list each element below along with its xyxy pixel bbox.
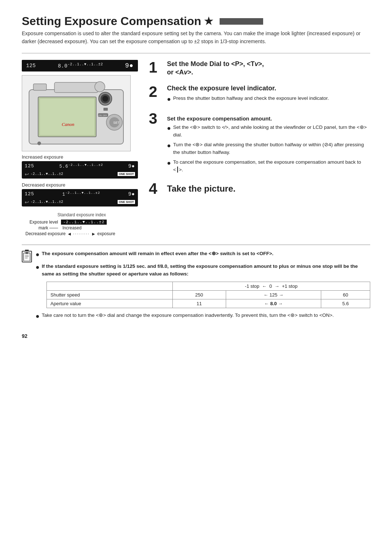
bullet-dot-3: ● (167, 159, 171, 168)
lcd-inc-icon: ↩ (25, 171, 29, 177)
table-row-aperture: Aperture value 11 ← 8.0 → 5.6 (47, 299, 370, 308)
lcd-inc-middle: 5.6-2..1..▼..1..±2 (59, 163, 103, 169)
exp-exposure-label: exposure (97, 231, 115, 236)
table-cell-11: 11 (172, 299, 226, 308)
camera-image: SET Canon ON OFF (22, 75, 131, 151)
table-header-row: -1 stop ← 0 → +1 stop (47, 282, 370, 290)
exp-mark-row: mark —— Increased (25, 225, 138, 230)
std-exp-label: Standard exposure index (25, 212, 138, 217)
lcd-inc-oneshot: ONE SHOT (118, 172, 135, 176)
exp-dec-label: Decreased exposure (25, 231, 66, 236)
note-bullets: ● The exposure compensation amount will … (36, 250, 370, 324)
lcd-decreased-top: 125 1-2..1..▼..1..±2 9● (25, 191, 135, 198)
step-1: 1 Set the Mode Dial to <P>, <Tv>,or <Av>… (149, 60, 370, 79)
exp-arrow-row: Decreased exposure ◄ ········· ► exposur… (25, 231, 138, 237)
svg-point-10 (95, 82, 105, 92)
svg-text:OFF: OFF (103, 114, 107, 116)
step-3-bullet-1: ● Set the <⊛> switch to <∕>, and while l… (167, 124, 370, 139)
lcd-dec-middle: 1-2..1..▼..1..±2 (62, 191, 100, 197)
left-column: 125 8.0-2..1..▼..1..±2 9● (22, 60, 138, 237)
page-intro: Exposure compensation is used to alter t… (22, 29, 370, 46)
exp-increased-label: Increased (62, 225, 82, 230)
table-row-shutter: Shutter speed 250 ← 125 → 60 (47, 290, 370, 299)
table-cell-56: 5.6 (321, 299, 370, 308)
decreased-exposure-label: Decreased exposure (22, 182, 138, 188)
lcd-increased-top: 125 5.6-2..1..▼..1..±2 9● (25, 163, 135, 170)
table-header-cell: -1 stop ← 0 → +1 stop (172, 282, 370, 290)
note-bullet-dot-1: ● (36, 250, 40, 259)
step-3-number: 3 (149, 111, 163, 126)
lcd-inc-scale: -2..1..▼..1..±2 (30, 172, 118, 176)
step-3-bullet-text-1: Set the <⊛> switch to <∕>, and while loo… (173, 124, 370, 139)
lcd-top-right: 9● (125, 62, 134, 69)
svg-point-6 (102, 96, 108, 102)
note-bullet-text-1: The exposure compensation amount will re… (42, 250, 273, 258)
svg-text:ON: ON (98, 114, 102, 116)
svg-point-14 (37, 142, 41, 145)
exp-level-scale: -2..1..▼..1..±2 (61, 220, 107, 225)
note-icon (22, 251, 32, 262)
step-2-bullet-1: ● Press the shutter button halfway and c… (167, 95, 370, 104)
main-content: 125 8.0-2..1..▼..1..±2 9● (22, 60, 370, 237)
exposure-table: -1 stop ← 0 → +1 stop Shutter speed 250 … (46, 282, 370, 308)
title-star: ★ (204, 15, 213, 27)
table-cell-125: ← 125 → (226, 290, 321, 299)
lcd-top-left: 125 (26, 63, 36, 69)
step-2-number: 2 (149, 84, 163, 99)
bullet-dot-1: ● (167, 124, 171, 133)
lcd-increased-sub: ↩ -2..1..▼..1..±2 ONE SHOT (25, 171, 135, 179)
increased-exposure-label: Increased exposure (22, 154, 138, 160)
step-1-number: 1 (149, 60, 163, 75)
lcd-decreased-sub: ↩ -2..1..▼..1..±2 ONE SHOT (25, 199, 135, 207)
note-bullet-text-2: If the standard exposure setting is 1/12… (42, 263, 370, 278)
step-2: 2 Check the exposure level indicator. ● … (149, 84, 370, 106)
exp-arrow-right: ► (91, 231, 96, 237)
step-3-content: Set the exposure compensation amount. ● … (167, 111, 370, 176)
note-bullet-dot-3: ● (36, 312, 40, 321)
svg-rect-11 (33, 84, 46, 90)
svg-text:Canon: Canon (62, 122, 74, 127)
exp-level-row: Exposure level -2..1..▼..1..±2 (25, 220, 138, 225)
note-bullet-text-3: Take care not to turn the <⊛> dial and c… (42, 312, 334, 319)
note-bullet-1: ● The exposure compensation amount will … (36, 250, 370, 259)
table-cell-aperture-label: Aperture value (47, 299, 173, 308)
step-1-content: Set the Mode Dial to <P>, <Tv>,or <Av>. (167, 60, 370, 79)
title-text: Setting Exposure Compensation (22, 15, 201, 28)
page-number: 92 (22, 333, 370, 339)
svg-rect-22 (25, 252, 28, 254)
step-3-bullet-text-2: Turn the <⊛> dial while pressing the shu… (173, 141, 370, 156)
table-cell-250: 250 (172, 290, 226, 299)
lcd-inc-right: 9● (128, 163, 135, 169)
step-4-number: 4 (149, 181, 163, 196)
notes-section: ● The exposure compensation amount will … (22, 245, 370, 324)
title-bar-decoration (220, 18, 263, 25)
table-cell-shutter-label: Shutter speed (47, 290, 173, 299)
exp-level-label: Exposure level (25, 220, 58, 225)
bullet-dot: ● (167, 95, 171, 104)
lcd-dec-left: 125 (25, 191, 34, 197)
step-2-title: Check the exposure level indicator. (167, 84, 370, 93)
step-2-content: Check the exposure level indicator. ● Pr… (167, 84, 370, 106)
step-3-bullet-text-3: To cancel the exposure compensation, set… (173, 159, 370, 174)
step-1-title: Set the Mode Dial to <P>, <Tv>,or <Av>. (167, 60, 370, 77)
lcd-dec-scale: -2..1..▼..1..±2 (30, 200, 118, 204)
lcd-inc-left: 125 (25, 163, 34, 169)
note-row: ● The exposure compensation amount will … (22, 250, 370, 324)
page-title: Setting Exposure Compensation★ (22, 15, 370, 28)
step-3-bullet-2: ● Turn the <⊛> dial while pressing the s… (167, 141, 370, 156)
svg-rect-3 (40, 99, 94, 135)
svg-rect-1 (54, 82, 98, 93)
exp-mark-label: mark —— (25, 225, 58, 230)
step-4-title: Take the picture. (167, 184, 370, 194)
exposure-diagram: Standard exposure index Exposure level -… (22, 212, 138, 237)
bullet-dot-2: ● (167, 141, 171, 150)
table-cell-60: 60 (321, 290, 370, 299)
step-2-bullet-text: Press the shutter button halfway and che… (173, 95, 329, 102)
step-4-content: Take the picture. (167, 184, 370, 194)
lcd-dec-oneshot: ONE SHOT (118, 200, 135, 204)
section-divider (22, 53, 370, 53)
svg-rect-13 (103, 108, 108, 111)
note-bullet-dot-2: ● (36, 263, 40, 272)
exp-dots: ········· (73, 232, 90, 236)
note-bullet-3: ● Take care not to turn the <⊛> dial and… (36, 312, 370, 321)
